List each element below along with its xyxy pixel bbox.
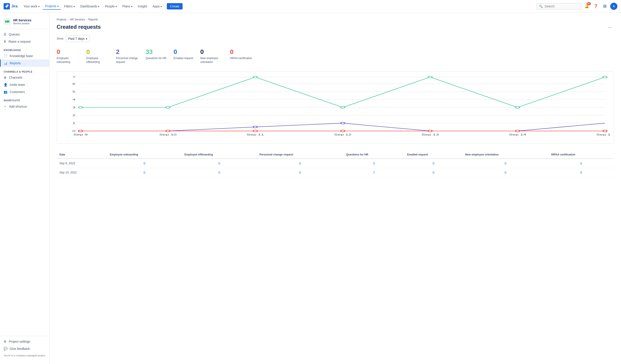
svg-text:1: 1 [72, 122, 76, 124]
row-1-hipaa: 0 [548, 159, 614, 168]
project-settings-icon: ⚙ [4, 340, 6, 343]
breadcrumb-reports: Reports [88, 18, 98, 21]
knowledge-section-label: KNOWLEDGE [0, 45, 49, 52]
sidebar-item-reports[interactable]: 📊 Reports [0, 60, 49, 67]
svg-point-25 [166, 106, 170, 108]
stats-row: 0 Employee onboarding 0 Employee offboar… [57, 48, 614, 64]
breadcrumb-projects[interactable]: Projects [57, 18, 66, 21]
sidebar-item-raise-request[interactable]: ⬆ Raise a request [0, 38, 49, 45]
settings-button[interactable]: ⚙️ [601, 3, 608, 10]
svg-text:Sep 15: Sep 15 [596, 133, 610, 136]
channels-people-section-label: CHANNELS & PEOPLE [0, 67, 49, 74]
logo-text: Jira [11, 4, 17, 8]
col-personnel-change: Personnel change request [257, 151, 343, 159]
svg-point-34 [341, 122, 345, 124]
sidebar-item-invite-team[interactable]: 👤 Invite team [0, 81, 49, 88]
avatar[interactable]: A [610, 3, 617, 10]
svg-point-44 [603, 130, 607, 132]
nav-filters[interactable]: Filters [62, 3, 77, 9]
svg-text:3: 3 [72, 106, 76, 109]
col-emailed-request: Emailed request [404, 151, 463, 159]
jira-logo-icon [4, 3, 10, 9]
company-note: You're in a company-managed project [0, 352, 49, 359]
stat-personnel-change-label: Personnel change request [116, 56, 138, 64]
svg-point-43 [516, 130, 520, 132]
main-navigation: Your work Projects Filters Dashboards Pe… [21, 3, 183, 10]
stat-employee-onboarding-label: Employee onboarding [57, 56, 79, 64]
svg-text:Sep 11: Sep 11 [247, 133, 264, 136]
table-body: Sep 9, 2022 0 0 0 3 0 0 0 Sep 10, 2022 0… [57, 159, 614, 177]
breadcrumb-hr-services[interactable]: HR Services [70, 18, 85, 21]
show-label: Show [57, 37, 63, 40]
svg-point-42 [428, 130, 432, 132]
sidebar-project-header: HR HR Services Service project [0, 16, 49, 29]
chart-container: 0 1 2 3 4 5 6 7 8 Sep 9 Sep 10 Sep 11 Se… [57, 71, 614, 144]
nav-plans[interactable]: Plans [120, 3, 135, 9]
page-title: Created requests [57, 24, 101, 30]
main-content: Projects / HR Services / Reports Created… [50, 13, 621, 364]
sidebar-item-knowledge-base[interactable]: 📄 Knowledge base [0, 52, 49, 60]
nav-dashboards[interactable]: Dashboards [78, 3, 102, 9]
raise-request-label: Raise a request [9, 40, 31, 43]
reports-icon: 📊 [4, 61, 7, 65]
page-header: Created requests ··· [57, 24, 614, 31]
svg-text:4: 4 [72, 98, 76, 101]
project-name: HR Services [13, 18, 32, 22]
stat-new-emp-orientation-label: New employee orientation [200, 56, 223, 64]
knowledge-label: Knowledge base [10, 54, 33, 58]
nav-people[interactable]: People [103, 3, 119, 9]
svg-point-24 [78, 106, 83, 108]
sidebar-item-queues[interactable]: ☰ Queues [0, 31, 49, 38]
table-row: Sep 9, 2022 0 0 0 3 0 0 0 [57, 159, 614, 168]
stat-emailed-request-number: 0 [173, 48, 193, 55]
row-1-onboarding: 0 [107, 159, 182, 168]
stat-hipaa-number: 0 [230, 48, 252, 55]
nav-projects[interactable]: Projects [43, 3, 61, 10]
row-1-offboarding: 0 [182, 159, 257, 168]
col-employee-onboarding: Employee onboarding [107, 151, 182, 159]
table-header: Date Employee onboarding Employee offboa… [57, 151, 614, 159]
sidebar-item-project-settings[interactable]: ⚙ Project settings [0, 338, 49, 345]
add-shortcut-icon: ＋ [4, 104, 7, 109]
help-button[interactable]: ❓ [592, 3, 599, 10]
stat-emailed-request: 0 Emailed request [173, 48, 193, 64]
breadcrumb: Projects / HR Services / Reports [57, 18, 614, 21]
search-input[interactable] [545, 4, 578, 8]
nav-apps[interactable]: Apps [150, 3, 164, 9]
row-2-emailed: 0 [404, 168, 463, 177]
sidebar-item-give-feedback[interactable]: 💬 Give feedback [0, 345, 49, 352]
stat-hipaa-label: HIPAA certification [230, 56, 252, 60]
raise-request-icon: ⬆ [4, 40, 6, 43]
sidebar-item-channels[interactable]: 🖥 Channels [0, 74, 49, 81]
nav-insight[interactable]: Insight [136, 3, 149, 9]
data-table: Date Employee onboarding Employee offboa… [57, 151, 614, 177]
chart-svg: 0 1 2 3 4 5 6 7 8 Sep 9 Sep 10 Sep 11 Se… [60, 76, 610, 139]
svg-point-41 [341, 130, 345, 132]
svg-point-38 [78, 130, 83, 132]
project-settings-label: Project settings [9, 340, 30, 343]
invite-team-label: Invite team [10, 83, 25, 86]
row-2-personnel: 0 [257, 168, 343, 177]
sidebar-item-add-shortcut[interactable]: ＋ Add shortcut [0, 103, 49, 110]
search-box[interactable]: 🔍 [536, 3, 581, 9]
show-filter-row: Show Past 7 days [57, 35, 614, 42]
stat-personnel-change-number: 2 [116, 48, 138, 55]
reports-label: Reports [10, 61, 21, 65]
create-button[interactable]: Create [167, 3, 183, 9]
add-shortcut-label: Add shortcut [9, 105, 27, 108]
notifications-button[interactable]: 🔔 9+ [583, 3, 590, 10]
col-questions-hr: Questions for HR [343, 151, 404, 159]
row-2-onboarding: 0 [107, 168, 182, 177]
shortcuts-section-label: SHORTCUTS [0, 96, 49, 103]
svg-point-28 [428, 76, 432, 78]
sidebar-item-customers[interactable]: 👥 Customers [0, 88, 49, 96]
more-options-button[interactable]: ··· [606, 24, 614, 31]
col-date: Date [57, 151, 107, 159]
svg-text:6: 6 [72, 83, 76, 85]
period-dropdown[interactable]: Past 7 days [66, 35, 90, 42]
svg-point-40 [253, 130, 258, 132]
nav-your-work[interactable]: Your work [21, 3, 42, 9]
give-feedback-icon: 💬 [4, 347, 7, 350]
row-1-emailed: 0 [404, 159, 463, 168]
logo[interactable]: Jira [4, 3, 17, 9]
